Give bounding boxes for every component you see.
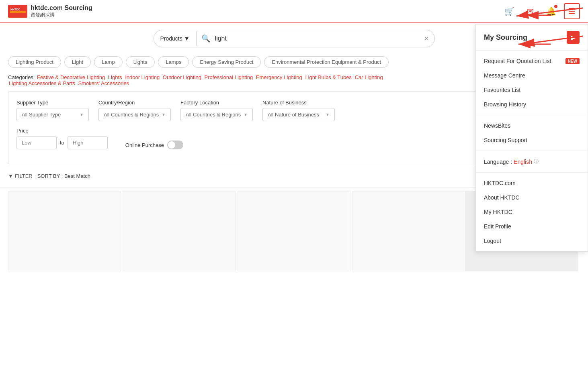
- panel-item-hktdc-com[interactable]: HKTDC.com: [476, 176, 588, 190]
- notification-badge: [554, 5, 557, 8]
- panel-item-message-centre[interactable]: Message Centre: [476, 68, 588, 83]
- nature-of-business-group: Nature of Business All Nature of Busines…: [262, 100, 335, 121]
- nature-of-business-label: Nature of Business: [262, 100, 335, 106]
- my-sourcing-panel: My Sourcing ▶ Request For Quotation List…: [475, 24, 588, 252]
- chevron-down-icon: ▼: [326, 112, 330, 117]
- panel-item-browsing-history[interactable]: Browsing History: [476, 97, 588, 112]
- panel-item-favourites[interactable]: Favourites List: [476, 83, 588, 97]
- tag-chip-lighting-product[interactable]: Lighting Product: [8, 56, 61, 68]
- chevron-down-icon: ▼: [162, 112, 166, 117]
- country-region-select[interactable]: All Countries & Regions ▼: [98, 108, 171, 121]
- panel-item-sourcing-support[interactable]: Sourcing Support: [476, 133, 588, 147]
- price-label: Price: [16, 128, 108, 134]
- country-region-label: Country/Region: [98, 100, 171, 106]
- newsbites-label: NewsBites: [484, 122, 510, 129]
- category-festive-decorative[interactable]: Festive & Decorative Lighting: [37, 74, 105, 80]
- category-smokers[interactable]: Smokers' Accessories: [78, 80, 129, 86]
- panel-header: My Sourcing ▶: [476, 24, 588, 51]
- tag-chip-lamps[interactable]: Lamps: [158, 56, 189, 68]
- search-type-selector[interactable]: Products ▼: [154, 31, 197, 46]
- tag-chip-lamp[interactable]: Lamp: [94, 56, 123, 68]
- panel-footer: HKTDC.com About HKTDC My HKTDC Edit Prof…: [476, 173, 588, 251]
- factory-location-label: Factory Location: [180, 100, 253, 106]
- logo-text: hktdc.com Sourcing 貿發網採購: [31, 4, 92, 18]
- close-icon: ×: [424, 35, 429, 43]
- factory-location-group: Factory Location All Countries & Regions…: [180, 100, 253, 121]
- category-bulbs-tubes[interactable]: Light Bulbs & Tubes: [305, 74, 352, 80]
- category-outdoor[interactable]: Outdoor Lighting: [163, 74, 201, 80]
- site-name: hktdc.com Sourcing: [31, 4, 92, 12]
- mail-button[interactable]: ✉: [522, 3, 538, 19]
- category-accessories-parts[interactable]: Lighting Accessories & Parts: [9, 80, 75, 86]
- logo-area: HKTDC hktdc.com Sourcing 貿發網採購: [8, 4, 92, 18]
- panel-item-logout[interactable]: Logout: [476, 234, 588, 248]
- panel-secondary-section: NewsBites Sourcing Support: [476, 115, 588, 151]
- tag-chip-energy-saving[interactable]: Energy Saving Product: [192, 56, 261, 68]
- panel-arrow-button[interactable]: ▶: [567, 31, 580, 44]
- site-name-cn: 貿發網採購: [31, 12, 92, 18]
- chevron-down-icon: ▼: [80, 112, 84, 117]
- panel-item-edit-profile[interactable]: Edit Profile: [476, 219, 588, 234]
- supplier-type-select[interactable]: All Supplier Type ▼: [16, 108, 89, 121]
- menu-icon: ☰: [568, 6, 576, 16]
- panel-item-my-hktdc[interactable]: My HKTDC: [476, 205, 588, 219]
- info-icon: ⓘ: [534, 158, 539, 165]
- tag-chip-environmental[interactable]: Environmental Protection Equipment & Pro…: [264, 56, 389, 68]
- factory-location-select[interactable]: All Countries & Regions ▼: [180, 108, 253, 121]
- panel-item-about-hktdc[interactable]: About HKTDC: [476, 190, 588, 205]
- panel-item-rfq[interactable]: Request For Quotation List NEW: [476, 54, 588, 68]
- product-card[interactable]: [238, 191, 350, 271]
- price-high-input[interactable]: [68, 136, 108, 149]
- cart-button[interactable]: 🛒: [501, 3, 517, 19]
- product-card[interactable]: [123, 191, 236, 271]
- search-icon-wrap: 🔍: [197, 30, 215, 47]
- tag-chip-light[interactable]: Light: [64, 56, 91, 68]
- factory-location-value: All Countries & Regions: [186, 112, 241, 118]
- price-row: to: [16, 136, 108, 149]
- svg-rect-2: [10, 11, 26, 13]
- sort-by-label: SORT BY : Best Match: [37, 173, 90, 179]
- sourcing-support-label: Sourcing Support: [484, 137, 527, 143]
- language-row: Language : English ⓘ: [476, 154, 588, 169]
- category-emergency[interactable]: Emergency Lighting: [256, 74, 302, 80]
- bell-icon: 🔔: [546, 6, 556, 16]
- country-region-value: All Countries & Regions: [104, 112, 159, 118]
- mail-icon: ✉: [527, 6, 534, 16]
- product-card[interactable]: [352, 191, 465, 271]
- language-label: Language :: [484, 159, 512, 165]
- toggle-knob: [168, 141, 175, 149]
- price-low-input[interactable]: [16, 136, 57, 149]
- chevron-down-icon: ▼: [184, 35, 190, 42]
- svg-text:HKTDC: HKTDC: [10, 8, 20, 11]
- rfq-label: Request For Quotation List: [484, 58, 551, 64]
- nature-of-business-select[interactable]: All Nature of Business ▼: [262, 108, 335, 121]
- search-type-label: Products: [160, 35, 182, 42]
- price-to-label: to: [60, 140, 64, 146]
- supplier-type-label: Supplier Type: [16, 100, 89, 106]
- search-bar: Products ▼ 🔍 ×: [154, 30, 435, 47]
- filter-label: FILTER: [15, 173, 33, 179]
- bell-button[interactable]: 🔔: [543, 3, 559, 19]
- price-group: Price to: [16, 128, 108, 149]
- logo-image: HKTDC: [8, 5, 27, 18]
- panel-main-section: Request For Quotation List NEW Message C…: [476, 51, 588, 115]
- header-icons: 🛒 ✉ 🔔 ☰: [501, 3, 580, 19]
- online-purchase-toggle[interactable]: [167, 141, 183, 149]
- panel-item-newsbites[interactable]: NewsBites: [476, 118, 588, 133]
- category-car-lighting[interactable]: Car Lighting: [355, 74, 383, 80]
- supplier-type-value: All Supplier Type: [22, 112, 61, 118]
- sort-value: Best Match: [64, 173, 90, 179]
- panel-language-section: Language : English ⓘ: [476, 151, 588, 173]
- category-lights[interactable]: Lights: [108, 74, 122, 80]
- search-clear-button[interactable]: ×: [419, 31, 434, 47]
- browsing-history-label: Browsing History: [484, 101, 526, 108]
- category-professional[interactable]: Professional Lighting: [205, 74, 253, 80]
- product-card[interactable]: [8, 191, 121, 271]
- nature-of-business-value: All Nature of Business: [268, 112, 319, 118]
- category-indoor[interactable]: Indoor Lighting: [125, 74, 160, 80]
- filter-button[interactable]: ▼ FILTER: [8, 173, 33, 179]
- language-link[interactable]: English: [514, 159, 532, 165]
- menu-button[interactable]: ☰: [564, 3, 580, 19]
- tag-chip-lights[interactable]: Lights: [126, 56, 155, 68]
- search-input[interactable]: [215, 31, 419, 46]
